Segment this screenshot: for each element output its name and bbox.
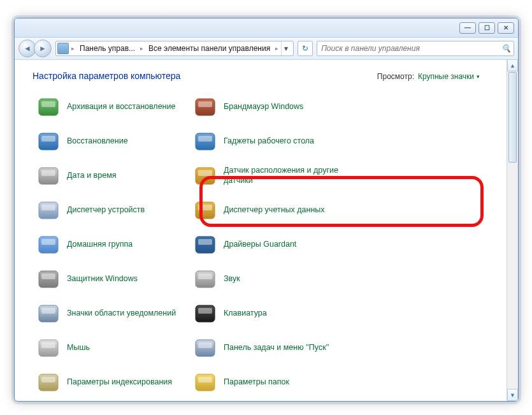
scroll-down-button[interactable]: ▼ bbox=[507, 389, 518, 401]
credmgr-icon bbox=[193, 198, 217, 222]
cp-item-sound[interactable]: Звук bbox=[189, 262, 355, 296]
cp-item-label: Звук bbox=[224, 274, 240, 284]
svg-rect-1 bbox=[41, 101, 55, 107]
cp-item-datetime[interactable]: Дата и время bbox=[32, 159, 180, 193]
cp-item-label: Диспетчер устройств bbox=[67, 205, 145, 215]
cp-item-label: Диспетчер учетных данных bbox=[224, 205, 325, 215]
close-button[interactable]: ✕ bbox=[498, 22, 514, 34]
cp-item-label: Мышь bbox=[67, 343, 90, 353]
svg-rect-15 bbox=[41, 342, 55, 348]
cp-item-sensors[interactable]: Датчик расположения и другие датчики bbox=[189, 159, 355, 193]
firewall-icon bbox=[193, 95, 217, 119]
maximize-button[interactable]: ☐ bbox=[478, 22, 495, 34]
scroll-up-button[interactable]: ▲ bbox=[507, 59, 518, 71]
cp-item-label: Защитник Windows bbox=[67, 274, 138, 284]
breadcrumb-dropdown[interactable]: ▾ bbox=[281, 41, 291, 55]
sound-icon bbox=[193, 267, 217, 291]
chevron-right-icon: ▸ bbox=[70, 45, 76, 52]
cp-item-indexing[interactable]: Параметры индексирования bbox=[32, 365, 180, 396]
cp-item-mouse[interactable]: Мышь bbox=[32, 331, 180, 365]
cp-item-devicemgr[interactable]: Диспетчер устройств bbox=[32, 193, 180, 228]
homegroup-icon bbox=[36, 233, 61, 257]
indexing-icon bbox=[36, 370, 61, 395]
cp-item-label: Восстановление bbox=[67, 136, 128, 147]
content-area: Настройка параметров компьютера Просмотр… bbox=[15, 59, 518, 401]
chevron-down-icon: ▾ bbox=[477, 73, 480, 80]
breadcrumb-item[interactable]: Все элементы панели управления bbox=[146, 41, 273, 55]
svg-rect-11 bbox=[41, 273, 55, 279]
titlebar: — ☐ ✕ bbox=[15, 18, 518, 38]
datetime-icon bbox=[36, 164, 61, 188]
chevron-right-icon: ▸ bbox=[274, 45, 280, 52]
chevron-right-icon: ▸ bbox=[139, 45, 145, 52]
cp-item-folderopts[interactable]: Параметры папок bbox=[189, 365, 355, 396]
recovery-icon bbox=[36, 129, 61, 154]
column-1: Архивация и восстановлениеВосстановление… bbox=[32, 90, 180, 396]
cp-item-homegroup[interactable]: Домашняя группа bbox=[32, 228, 180, 262]
breadcrumb[interactable]: ▸ Панель управ... ▸ Все элементы панели … bbox=[55, 41, 294, 56]
svg-rect-3 bbox=[41, 136, 55, 142]
control-panel-icon bbox=[57, 43, 69, 54]
cp-item-keyboard[interactable]: Клавиатура bbox=[189, 296, 355, 331]
backup-icon bbox=[36, 95, 61, 119]
svg-rect-5 bbox=[41, 170, 55, 176]
refresh-button[interactable]: ↻ bbox=[298, 41, 313, 56]
svg-rect-7 bbox=[41, 205, 55, 210]
cp-item-label: Значки области уведомлений bbox=[67, 309, 176, 319]
breadcrumb-item[interactable]: Панель управ... bbox=[77, 41, 138, 55]
sensors-icon bbox=[193, 164, 217, 188]
items-grid: Архивация и восстановлениеВосстановление… bbox=[32, 90, 512, 396]
cp-item-defender[interactable]: Защитник Windows bbox=[32, 262, 180, 296]
svg-rect-17 bbox=[41, 377, 55, 382]
navbar: ◄ ► ▸ Панель управ... ▸ Все элементы пан… bbox=[15, 38, 518, 60]
search-input[interactable] bbox=[320, 43, 501, 54]
cp-item-guardant[interactable]: Драйверы Guardant bbox=[189, 228, 355, 262]
svg-rect-19 bbox=[198, 101, 212, 107]
svg-rect-23 bbox=[198, 170, 212, 176]
minimize-button[interactable]: — bbox=[459, 22, 476, 34]
svg-rect-33 bbox=[198, 342, 212, 348]
svg-rect-21 bbox=[198, 136, 212, 142]
svg-rect-9 bbox=[41, 239, 55, 245]
cp-item-credmgr[interactable]: Диспетчер учетных данных bbox=[189, 193, 355, 228]
svg-rect-29 bbox=[198, 273, 212, 279]
svg-rect-25 bbox=[198, 205, 212, 210]
cp-item-gadgets[interactable]: Гаджеты рабочего стола bbox=[189, 124, 355, 159]
view-dropdown[interactable]: Крупные значки ▾ bbox=[418, 72, 480, 81]
cp-item-label: Параметры индексирования bbox=[67, 377, 172, 388]
cp-item-label: Панель задач и меню ''Пуск'' bbox=[224, 343, 329, 353]
cp-item-backup[interactable]: Архивация и восстановление bbox=[32, 90, 180, 124]
cp-item-notif[interactable]: Значки области уведомлений bbox=[32, 296, 180, 331]
gadgets-icon bbox=[193, 129, 217, 154]
column-2: Брандмауэр WindowsГаджеты рабочего стола… bbox=[189, 90, 355, 396]
search-icon[interactable]: 🔍 bbox=[501, 43, 511, 54]
notif-icon bbox=[36, 302, 61, 326]
cp-item-taskbar[interactable]: Панель задач и меню ''Пуск'' bbox=[189, 331, 355, 365]
guardant-icon bbox=[193, 233, 217, 257]
cp-item-label: Параметры папок bbox=[224, 377, 289, 388]
view-selector: Просмотр: Крупные значки ▾ bbox=[377, 72, 480, 81]
keyboard-icon bbox=[193, 302, 217, 326]
cp-item-label: Брандмауэр Windows bbox=[224, 102, 303, 112]
cp-item-label: Архивация и восстановление bbox=[67, 102, 175, 112]
explorer-window: — ☐ ✕ ◄ ► ▸ Панель управ... ▸ Все элемен… bbox=[14, 18, 519, 402]
cp-item-firewall[interactable]: Брандмауэр Windows bbox=[189, 90, 355, 124]
scroll-thumb[interactable] bbox=[508, 72, 517, 163]
cp-item-recovery[interactable]: Восстановление bbox=[32, 124, 180, 159]
nav-forward-button[interactable]: ► bbox=[34, 40, 52, 57]
search-box[interactable]: 🔍 bbox=[317, 41, 514, 56]
taskbar-icon bbox=[193, 336, 217, 360]
view-label: Просмотр: bbox=[377, 72, 414, 81]
cp-item-label: Дата и время bbox=[67, 171, 117, 181]
svg-rect-31 bbox=[198, 308, 212, 314]
main-panel: Настройка параметров компьютера Просмотр… bbox=[15, 59, 518, 401]
svg-rect-13 bbox=[41, 308, 55, 314]
scrollbar[interactable]: ▲ ▼ bbox=[507, 59, 518, 401]
mouse-icon bbox=[36, 336, 61, 360]
svg-rect-35 bbox=[198, 377, 212, 382]
defender-icon bbox=[36, 267, 61, 291]
cp-item-label: Датчик расположения и другие датчики bbox=[224, 166, 338, 186]
cp-item-label: Домашняя группа bbox=[67, 240, 133, 250]
cp-item-label: Драйверы Guardant bbox=[224, 240, 296, 250]
cp-item-label: Гаджеты рабочего стола bbox=[224, 136, 314, 147]
